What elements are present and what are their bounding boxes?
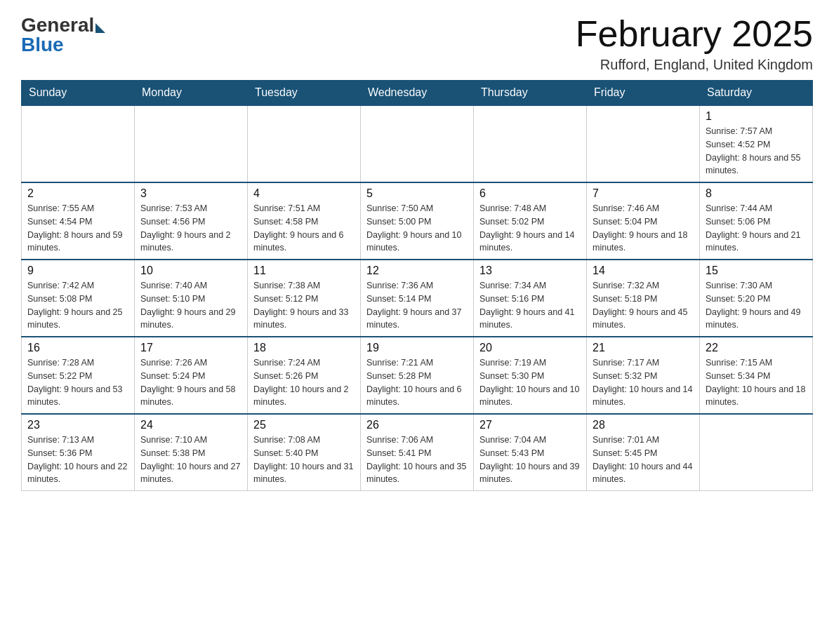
calendar-day-cell: 8Sunrise: 7:44 AMSunset: 5:06 PMDaylight…: [700, 182, 813, 260]
calendar-day-cell: 14Sunrise: 7:32 AMSunset: 5:18 PMDayligh…: [587, 260, 700, 337]
calendar-day-cell: 25Sunrise: 7:08 AMSunset: 5:40 PMDayligh…: [248, 414, 361, 491]
calendar-day-cell: 2Sunrise: 7:55 AMSunset: 4:54 PMDaylight…: [22, 182, 135, 260]
calendar-day-header: Thursday: [474, 81, 587, 106]
calendar-day-cell: 22Sunrise: 7:15 AMSunset: 5:34 PMDayligh…: [700, 337, 813, 414]
day-number: 20: [479, 342, 581, 354]
day-info: Sunrise: 7:06 AMSunset: 5:41 PMDaylight:…: [366, 434, 468, 486]
day-info: Sunrise: 7:10 AMSunset: 5:38 PMDaylight:…: [140, 434, 241, 486]
calendar-header-row: SundayMondayTuesdayWednesdayThursdayFrid…: [22, 81, 813, 106]
calendar-day-cell: [248, 105, 361, 182]
calendar-week-row: 2Sunrise: 7:55 AMSunset: 4:54 PMDaylight…: [22, 182, 813, 260]
day-number: 4: [253, 187, 355, 200]
calendar-day-cell: 5Sunrise: 7:50 AMSunset: 5:00 PMDaylight…: [361, 182, 474, 260]
day-info: Sunrise: 7:17 AMSunset: 5:32 PMDaylight:…: [593, 356, 694, 409]
day-info: Sunrise: 7:34 AMSunset: 5:16 PMDaylight:…: [479, 279, 581, 332]
calendar-day-cell: 20Sunrise: 7:19 AMSunset: 5:30 PMDayligh…: [474, 337, 587, 414]
calendar-day-cell: 1Sunrise: 7:57 AMSunset: 4:52 PMDaylight…: [700, 105, 813, 182]
page-header: General Blue February 2025 Rufford, Engl…: [21, 14, 813, 73]
calendar-day-cell: 4Sunrise: 7:51 AMSunset: 4:58 PMDaylight…: [248, 182, 361, 260]
calendar-day-cell: 26Sunrise: 7:06 AMSunset: 5:41 PMDayligh…: [361, 414, 474, 491]
calendar-day-cell: 16Sunrise: 7:28 AMSunset: 5:22 PMDayligh…: [22, 337, 135, 414]
calendar-day-cell: [587, 105, 700, 182]
day-number: 17: [140, 342, 241, 354]
day-number: 22: [706, 342, 807, 354]
day-number: 24: [140, 419, 241, 431]
day-info: Sunrise: 7:28 AMSunset: 5:22 PMDaylight:…: [27, 356, 128, 409]
calendar-day-cell: 13Sunrise: 7:34 AMSunset: 5:16 PMDayligh…: [474, 260, 587, 337]
calendar-table: SundayMondayTuesdayWednesdayThursdayFrid…: [21, 80, 813, 491]
calendar-day-cell: 6Sunrise: 7:48 AMSunset: 5:02 PMDaylight…: [474, 182, 587, 260]
calendar-day-cell: 15Sunrise: 7:30 AMSunset: 5:20 PMDayligh…: [700, 260, 813, 337]
day-number: 27: [479, 419, 581, 431]
calendar-day-cell: 24Sunrise: 7:10 AMSunset: 5:38 PMDayligh…: [135, 414, 248, 491]
day-number: 8: [706, 187, 807, 200]
day-info: Sunrise: 7:46 AMSunset: 5:04 PMDaylight:…: [593, 202, 694, 255]
day-info: Sunrise: 7:01 AMSunset: 5:45 PMDaylight:…: [593, 434, 694, 486]
day-number: 26: [366, 419, 468, 431]
day-info: Sunrise: 7:24 AMSunset: 5:26 PMDaylight:…: [253, 356, 355, 409]
calendar-day-cell: [22, 105, 135, 182]
day-info: Sunrise: 7:55 AMSunset: 4:54 PMDaylight:…: [27, 202, 128, 255]
day-number: 16: [27, 342, 128, 354]
day-info: Sunrise: 7:40 AMSunset: 5:10 PMDaylight:…: [140, 279, 241, 332]
day-number: 1: [706, 110, 807, 123]
day-info: Sunrise: 7:13 AMSunset: 5:36 PMDaylight:…: [27, 434, 128, 486]
title-block: February 2025 Rufford, England, United K…: [576, 14, 813, 73]
day-number: 5: [366, 187, 468, 200]
calendar-week-row: 9Sunrise: 7:42 AMSunset: 5:08 PMDaylight…: [22, 260, 813, 337]
day-number: 19: [366, 342, 468, 354]
day-info: Sunrise: 7:51 AMSunset: 4:58 PMDaylight:…: [253, 202, 355, 255]
calendar-day-cell: 3Sunrise: 7:53 AMSunset: 4:56 PMDaylight…: [135, 182, 248, 260]
calendar-day-cell: 27Sunrise: 7:04 AMSunset: 5:43 PMDayligh…: [474, 414, 587, 491]
calendar-day-cell: 7Sunrise: 7:46 AMSunset: 5:04 PMDaylight…: [587, 182, 700, 260]
day-info: Sunrise: 7:32 AMSunset: 5:18 PMDaylight:…: [593, 279, 694, 332]
calendar-day-cell: 10Sunrise: 7:40 AMSunset: 5:10 PMDayligh…: [135, 260, 248, 337]
calendar-day-header: Tuesday: [248, 81, 361, 106]
calendar-day-header: Wednesday: [361, 81, 474, 106]
day-number: 11: [253, 264, 355, 277]
day-info: Sunrise: 7:19 AMSunset: 5:30 PMDaylight:…: [479, 356, 581, 409]
calendar-day-cell: [474, 105, 587, 182]
day-info: Sunrise: 7:15 AMSunset: 5:34 PMDaylight:…: [706, 356, 807, 409]
calendar-day-header: Saturday: [700, 81, 813, 106]
location-text: Rufford, England, United Kingdom: [576, 57, 813, 73]
calendar-day-cell: 23Sunrise: 7:13 AMSunset: 5:36 PMDayligh…: [22, 414, 135, 491]
calendar-day-header: Friday: [587, 81, 700, 106]
calendar-day-cell: 11Sunrise: 7:38 AMSunset: 5:12 PMDayligh…: [248, 260, 361, 337]
day-number: 25: [253, 419, 355, 431]
day-number: 10: [140, 264, 241, 277]
calendar-day-cell: 12Sunrise: 7:36 AMSunset: 5:14 PMDayligh…: [361, 260, 474, 337]
day-info: Sunrise: 7:48 AMSunset: 5:02 PMDaylight:…: [479, 202, 581, 255]
day-number: 18: [253, 342, 355, 354]
calendar-week-row: 16Sunrise: 7:28 AMSunset: 5:22 PMDayligh…: [22, 337, 813, 414]
calendar-week-row: 1Sunrise: 7:57 AMSunset: 4:52 PMDaylight…: [22, 105, 813, 182]
day-info: Sunrise: 7:42 AMSunset: 5:08 PMDaylight:…: [27, 279, 128, 332]
day-number: 9: [27, 264, 128, 277]
day-info: Sunrise: 7:57 AMSunset: 4:52 PMDaylight:…: [706, 125, 807, 177]
calendar-day-header: Sunday: [22, 81, 135, 106]
day-info: Sunrise: 7:04 AMSunset: 5:43 PMDaylight:…: [479, 434, 581, 486]
day-info: Sunrise: 7:26 AMSunset: 5:24 PMDaylight:…: [140, 356, 241, 409]
day-number: 2: [27, 187, 128, 200]
day-info: Sunrise: 7:53 AMSunset: 4:56 PMDaylight:…: [140, 202, 241, 255]
logo: General Blue: [21, 14, 105, 56]
day-number: 3: [140, 187, 241, 200]
calendar-day-header: Monday: [135, 81, 248, 106]
calendar-day-cell: [700, 414, 813, 491]
calendar-day-cell: 18Sunrise: 7:24 AMSunset: 5:26 PMDayligh…: [248, 337, 361, 414]
day-number: 15: [706, 264, 807, 277]
day-number: 28: [593, 419, 694, 431]
day-number: 7: [593, 187, 694, 200]
logo-arrow-icon: [95, 23, 105, 33]
day-number: 23: [27, 419, 128, 431]
calendar-day-cell: 28Sunrise: 7:01 AMSunset: 5:45 PMDayligh…: [587, 414, 700, 491]
calendar-day-cell: 17Sunrise: 7:26 AMSunset: 5:24 PMDayligh…: [135, 337, 248, 414]
day-info: Sunrise: 7:08 AMSunset: 5:40 PMDaylight:…: [253, 434, 355, 486]
day-number: 6: [479, 187, 581, 200]
calendar-day-cell: [361, 105, 474, 182]
calendar-day-cell: 19Sunrise: 7:21 AMSunset: 5:28 PMDayligh…: [361, 337, 474, 414]
calendar-week-row: 23Sunrise: 7:13 AMSunset: 5:36 PMDayligh…: [22, 414, 813, 491]
day-number: 14: [593, 264, 694, 277]
day-info: Sunrise: 7:36 AMSunset: 5:14 PMDaylight:…: [366, 279, 468, 332]
day-info: Sunrise: 7:21 AMSunset: 5:28 PMDaylight:…: [366, 356, 468, 409]
